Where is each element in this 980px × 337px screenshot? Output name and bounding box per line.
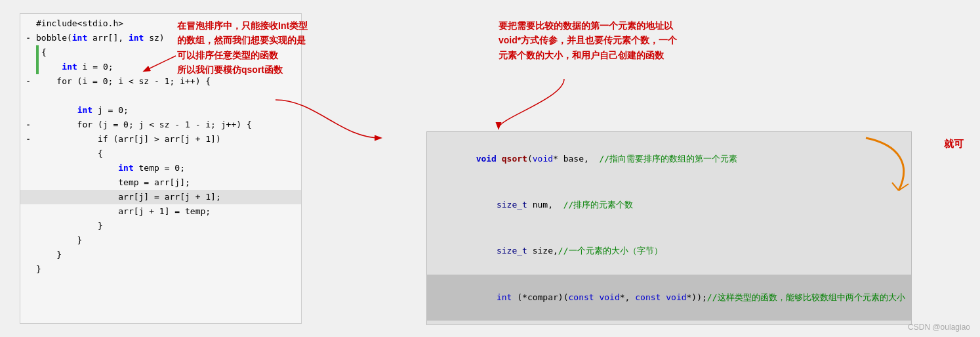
code-text-10: {	[36, 147, 103, 161]
code-text-9: if (arr[j] > arr[j + 1])	[36, 133, 221, 146]
code-line-18: }	[20, 262, 301, 277]
code-line-15: }	[20, 219, 301, 233]
line-ind-9: -	[23, 133, 33, 145]
code-text-1: #include<stdio.h>	[36, 17, 123, 31]
green-bar-3	[36, 45, 39, 60]
right-code-line-2: size_t num, //排序的元素个数	[427, 182, 911, 228]
line-ind-5: -	[23, 76, 33, 87]
line-ind-2: -	[23, 32, 33, 44]
right-ann-line3: 元素个数的大小，和用户自己创建的函数	[499, 48, 677, 62]
code-text-18: }	[36, 263, 41, 277]
code-line-9: - if (arr[j] > arr[j + 1])	[20, 132, 301, 146]
code-line-16: }	[20, 233, 301, 248]
right-ann-line2: void*方式传参，并且也要传元素个数，一个	[499, 33, 677, 47]
right-ann-line1: 要把需要比较的数据的第一个元素的地址以	[499, 18, 677, 33]
code-line-7: int j = 0;	[20, 103, 301, 118]
csdn-watermark: CSDN @oulagiao	[908, 323, 970, 332]
left-ann-line4: 所以我们要模仿qsort函数	[177, 62, 308, 77]
code-text-4: int i = 0;	[41, 60, 113, 74]
code-line-13: arr[j] = arr[j + 1];	[20, 190, 301, 204]
code-text-12: temp = arr[j];	[36, 176, 190, 190]
code-text-15: }	[36, 219, 103, 233]
left-ann-line1: 在冒泡排序中，只能接收Int类型	[177, 18, 308, 33]
code-text-14: arr[j + 1] = temp;	[36, 205, 211, 219]
code-line-14: arr[j + 1] = temp;	[20, 204, 301, 219]
code-line-10: {	[20, 146, 301, 161]
main-container: #include<stdio.h> - bobble(int arr[], in…	[0, 0, 980, 337]
code-text-17: }	[36, 248, 62, 262]
code-text-2: bobble(int arr[], int sz)	[36, 32, 165, 45]
code-line-6	[20, 89, 301, 103]
code-line-11: int temp = 0;	[20, 161, 301, 175]
right-code-line-4: int (*compar)(const void*, const void*))…	[427, 275, 911, 321]
right-code-text-1: void qsort(void* base, //指向需要排序的数组的第一个元素	[435, 137, 737, 181]
right-code-text-3: size_t size,//一个元素的大小（字节）	[435, 229, 663, 274]
line-ind-8: -	[23, 119, 33, 131]
left-annotation: 在冒泡排序中，只能接收Int类型 的数组，然而我们想要实现的是 可以排序任意类型…	[177, 18, 308, 78]
code-text-7: int j = 0;	[36, 104, 129, 118]
just-label: 就可	[944, 138, 964, 150]
left-ann-line2: 的数组，然而我们想要实现的是	[177, 33, 308, 47]
code-line-12: temp = arr[j];	[20, 175, 301, 190]
code-text-8: for (j = 0; j < sz - 1 - i; j++) {	[36, 118, 252, 132]
green-bar-4	[36, 60, 39, 74]
code-text-13: arr[j] = arr[j + 1];	[36, 191, 221, 204]
code-line-17: }	[20, 248, 301, 262]
code-text-11: int temp = 0;	[36, 162, 185, 175]
code-text-6	[36, 89, 41, 103]
code-line-8: - for (j = 0; j < sz - 1 - i; j++) {	[20, 118, 301, 132]
code-text-16: }	[36, 234, 82, 248]
left-ann-line3: 可以排序任意类型的函数	[177, 48, 308, 62]
right-code-text-4: int (*compar)(const void*, const void*))…	[435, 275, 905, 320]
right-code-text-2: size_t num, //排序的元素个数	[435, 183, 633, 227]
right-annotation: 要把需要比较的数据的第一个元素的地址以 void*方式传参，并且也要传元素个数，…	[499, 18, 677, 62]
code-text-3: {	[41, 46, 47, 60]
right-code-panel: void qsort(void* base, //指向需要排序的数组的第一个元素…	[426, 131, 912, 325]
right-code-line-3: size_t size,//一个元素的大小（字节）	[427, 229, 911, 275]
right-code-line-1: void qsort(void* base, //指向需要排序的数组的第一个元素	[427, 136, 911, 182]
